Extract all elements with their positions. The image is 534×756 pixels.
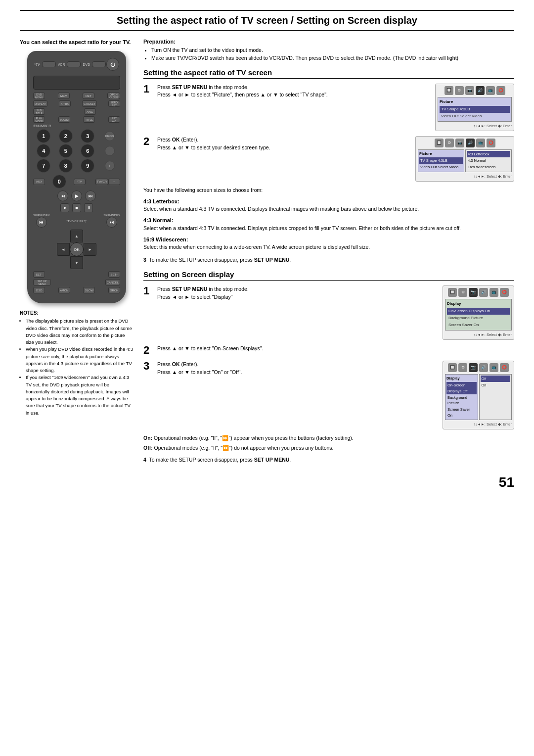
num-2-btn[interactable]: 2	[59, 129, 73, 143]
atrk-btn[interactable]: A.TRK	[59, 100, 71, 107]
tv-btn-2[interactable]: *TV	[74, 179, 86, 185]
col-right-item-2: 4:3 Normal	[467, 157, 510, 164]
skip-left-btn[interactable]: ⏮	[36, 217, 47, 228]
disp-screen-icons-1: 🔲 ⚙ 📷 🔊 📺 ⭕	[445, 288, 512, 297]
return-btn[interactable]: RET	[83, 93, 94, 99]
zero-return-btn[interactable]: ZERORET	[108, 100, 120, 107]
creset-btn[interactable]: C.RESET	[82, 100, 97, 107]
num-4-btn[interactable]: 4	[37, 144, 50, 158]
amonitor-btn[interactable]: AMON	[58, 287, 70, 293]
minus-btn[interactable]: –	[108, 179, 120, 185]
disp-nav-1: ↑↓◄►: Select ◆: Enter	[445, 332, 512, 337]
display-step-2-content: Press ▲ or ▼ to select "On-Screen Displa…	[157, 345, 514, 353]
zoom-btn[interactable]: ZOOM	[58, 116, 70, 123]
transport-row-2: ● ■ ⏸	[33, 203, 120, 212]
aspect-step-2-text-1: Press OK (Enter).	[157, 136, 410, 144]
dpad-up-btn[interactable]: ▲	[70, 230, 83, 242]
set-cancel-row: SET- SET+	[33, 271, 120, 278]
dvd-menu-btn[interactable]: DVDMENU	[33, 93, 45, 99]
disp-screen-icons-2: 🔲 ⚙ 📷 🔊 📺 ⭕	[445, 363, 512, 372]
aux-btn[interactable]: AUX	[33, 179, 45, 185]
dpad-down-btn[interactable]: ▼	[70, 256, 83, 269]
d2-icon-4: 🔊	[479, 363, 488, 372]
aspect-step-1-num: 1	[143, 84, 152, 94]
num-7-btn[interactable]: 7	[37, 159, 50, 173]
dpad-right-btn[interactable]: ►	[84, 243, 96, 256]
num-6-btn[interactable]: 6	[81, 144, 94, 158]
play-btn[interactable]: ▶	[71, 190, 82, 201]
letterbox-desc: Select when a standard 4:3 TV is connect…	[143, 206, 419, 212]
num-8-btn[interactable]: 8	[59, 159, 73, 173]
aspect-step-1: 1 Press SET UP MENU in the stop mode. Pr…	[143, 84, 514, 131]
slow-btn[interactable]: SLOW	[83, 287, 95, 293]
display-step-1-text-1: Press SET UP MENU in the stop mode.	[157, 285, 438, 293]
intro-text: You can select the aspect ratio for your…	[20, 39, 134, 46]
angle-btn[interactable]: ANG	[84, 108, 96, 115]
remote-tv-btn[interactable]	[42, 61, 56, 67]
disp-item-2: Background Picture	[447, 315, 510, 322]
dpad-left-btn[interactable]: ◄	[57, 243, 70, 256]
skip-right-btn[interactable]: ⏭	[106, 217, 117, 228]
normal-desc: Select when a standard 4:3 TV is connect…	[143, 225, 461, 231]
ff-btn[interactable]: ⏭	[85, 190, 96, 201]
extra-btn1[interactable]	[105, 146, 115, 156]
notes-section: NOTES: The displayable picture size is p…	[20, 310, 134, 417]
skip-left-label: SKIP/INDEX	[33, 214, 50, 217]
d-icon-3: 📷	[469, 288, 478, 297]
num-0-btn[interactable]: 0	[52, 175, 66, 189]
remote-dvd-btn[interactable]	[92, 61, 106, 67]
rec-btn[interactable]: ●	[60, 203, 69, 212]
remote-power-btn[interactable]: ⏻	[106, 58, 119, 71]
title-btn[interactable]: TITLE	[83, 116, 95, 123]
page-number: 51	[499, 474, 514, 490]
osd-row: OSD AMON SLOW SRCH	[33, 287, 120, 293]
memory-btn[interactable]: MEM	[58, 93, 70, 99]
display-btn[interactable]: DISPLAY	[33, 100, 47, 107]
screen-2col: Picture TV Shape 4:3LB Video Out Select …	[418, 149, 512, 172]
subtitle-btn[interactable]: SUBTITLE	[33, 108, 45, 115]
skip-row: SKIP/INDEX ⏮ *TV/VCR PR ▽ SKIP/INDEX ⏭	[33, 214, 120, 228]
remote-screen	[33, 76, 120, 90]
num-1-btn[interactable]: 1	[37, 129, 50, 143]
disp-col-right-item-1: Off	[481, 376, 511, 382]
set-plus-btn[interactable]: SET+	[108, 271, 120, 278]
widescreen-desc: Select this mode when connecting to a wi…	[143, 244, 370, 250]
stop-btn[interactable]: ■	[72, 203, 81, 212]
num-9-btn[interactable]: 9	[81, 159, 94, 173]
pause-btn[interactable]: ⏸	[84, 203, 93, 212]
remote-control: *TV VCR DVD ⏻ DVDMENU MEM RET OPEN/CLOSE	[27, 51, 126, 303]
d-icon-6: ⭕	[500, 288, 509, 297]
osd-btn[interactable]: OSD	[33, 287, 45, 293]
repeat-ab-btn[interactable]: RPTA-B	[108, 116, 120, 123]
letterbox-section: 4:3 Letterbox: Select when a standard 4:…	[143, 197, 514, 214]
setup-cancel-row: SET UPMENU CANCEL	[33, 279, 120, 285]
set-minus-btn[interactable]: SET-	[33, 271, 45, 278]
col-left-item-2: Video Out Select Video	[419, 164, 463, 170]
remote-vcr-btn[interactable]	[67, 61, 81, 67]
rewind-btn[interactable]: ⏮	[57, 190, 68, 201]
d-pad: ▲ ◄ OK ► ▼	[57, 230, 96, 269]
search-btn[interactable]: SRCH	[108, 287, 120, 293]
aspect-step-2: 2 Press OK (Enter). Press ▲ or ▼ to sele…	[143, 136, 514, 182]
num-3-btn[interactable]: 3	[81, 129, 94, 143]
prog-btn[interactable]: PROG	[105, 131, 115, 141]
remote-row-4: PLAYMODE ZOOM TITLE RPTA-B	[33, 116, 120, 123]
s-icon-1: 🔲	[445, 86, 453, 95]
s-icon-3: 📷	[465, 86, 474, 95]
widescreen-section: 16:9 Widescreen: Select this mode when c…	[143, 236, 514, 252]
num-5-btn[interactable]: 5	[59, 144, 73, 158]
aspect-step-2-text-2: Press ▲ or ▼ to select your desired scre…	[157, 144, 410, 152]
play-mode-btn[interactable]: PLAYMODE	[33, 116, 45, 123]
tvcr-btn[interactable]: TV/VCR	[95, 179, 108, 185]
cancel-btn[interactable]: CANCEL	[105, 279, 120, 285]
prep-list: Turn ON the TV and set to the video inpu…	[143, 47, 514, 62]
setup-menu-btn[interactable]: SET UPMENU	[33, 279, 51, 285]
s-icon-2: ⚙	[455, 86, 464, 95]
extra-btn2[interactable]: +	[105, 161, 115, 171]
on-text: Operational modes (e.g. "II", "⏩") appea…	[154, 435, 354, 441]
dpad-ok-btn[interactable]: OK	[70, 242, 84, 256]
open-close-btn[interactable]: OPEN/CLOSE	[107, 93, 120, 99]
aspect-step-1-text-1: Press SET UP MENU in the stop mode.	[157, 84, 430, 92]
notes-list: The displayable picture size is preset o…	[20, 318, 134, 417]
aux-row: AUX 0 *TV TV/VCR –	[33, 175, 120, 189]
